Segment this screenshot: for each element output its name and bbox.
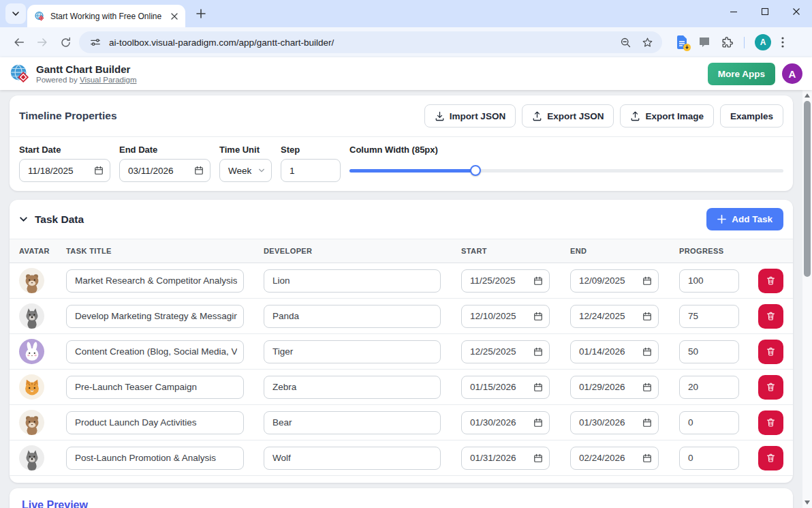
avatar (19, 339, 44, 364)
task-data-toggle[interactable]: Task Data (19, 213, 84, 226)
calendar-icon[interactable] (642, 453, 652, 463)
step-input[interactable] (290, 166, 334, 176)
more-apps-button[interactable]: More Apps (708, 63, 775, 85)
visual-paradigm-link[interactable]: Visual Paradigm (80, 76, 137, 84)
reload-button[interactable] (56, 33, 75, 52)
developer-input[interactable] (272, 346, 434, 357)
zoom-out-icon[interactable] (617, 34, 634, 50)
end-date-input[interactable] (579, 382, 642, 392)
address-bar[interactable]: ai-toolbox.visual-paradigm.com/app/gantt… (79, 31, 662, 53)
end-date-input[interactable] (128, 166, 194, 176)
start-date-input[interactable] (470, 275, 533, 286)
calendar-icon[interactable] (642, 347, 652, 357)
calendar-icon[interactable] (533, 383, 543, 392)
calendar-icon[interactable] (194, 166, 204, 175)
delete-task-button[interactable] (758, 375, 783, 400)
task-title-input[interactable] (75, 311, 237, 321)
browser-profile-avatar[interactable]: A (755, 34, 771, 50)
task-title-input[interactable] (75, 382, 237, 392)
export-json-button[interactable]: Export JSON (522, 104, 614, 128)
start-date-input[interactable] (470, 382, 533, 392)
extensions-puzzle-icon[interactable] (721, 36, 734, 49)
delete-task-button[interactable] (758, 269, 783, 293)
calendar-icon[interactable] (533, 276, 543, 286)
column-width-slider-thumb[interactable] (470, 165, 481, 176)
start-date-input[interactable] (470, 346, 533, 357)
developer-input[interactable] (272, 382, 434, 392)
end-date-input[interactable] (579, 417, 642, 428)
comment-extension-icon[interactable] (698, 36, 710, 48)
minimize-icon (730, 8, 738, 16)
timeline-properties-card: Timeline Properties Import JSON Export J… (10, 95, 793, 191)
browser-menu-kebab-icon[interactable] (781, 37, 784, 48)
url-text[interactable]: ai-toolbox.visual-paradigm.com/app/gantt… (109, 38, 612, 48)
start-date-input[interactable] (470, 417, 533, 428)
time-unit-select[interactable]: Week (219, 159, 272, 182)
start-date-input[interactable] (470, 311, 533, 321)
progress-input[interactable] (688, 417, 732, 428)
developer-input[interactable] (272, 275, 434, 286)
progress-input[interactable] (688, 311, 732, 321)
developer-input[interactable] (272, 453, 434, 463)
calendar-icon[interactable] (533, 418, 543, 428)
import-json-button[interactable]: Import JSON (424, 104, 516, 128)
start-date-input[interactable] (28, 166, 94, 176)
upload-icon (532, 111, 542, 121)
scrollbar-thumb[interactable] (804, 101, 811, 277)
task-title-input[interactable] (75, 453, 237, 463)
progress-input[interactable] (688, 453, 732, 463)
calendar-icon[interactable] (533, 347, 543, 357)
close-window-button[interactable] (781, 0, 812, 23)
trash-icon (766, 417, 776, 428)
developer-input[interactable] (272, 417, 434, 428)
task-title-input[interactable] (75, 417, 237, 428)
calendar-icon[interactable] (642, 383, 652, 392)
user-avatar[interactable]: A (782, 63, 802, 84)
delete-task-button[interactable] (758, 304, 783, 329)
add-task-button[interactable]: Add Task (706, 208, 783, 230)
end-date-label: End Date (119, 145, 210, 155)
task-table-body (10, 263, 793, 476)
page-title: Gantt Chart Builder (36, 63, 136, 75)
calendar-icon[interactable] (533, 453, 543, 463)
task-title-input[interactable] (75, 346, 237, 357)
calendar-icon[interactable] (533, 312, 543, 321)
browser-tab[interactable]: Start Working with Free Online (27, 5, 185, 27)
calendar-icon[interactable] (642, 418, 652, 428)
page-scrollbar[interactable] (802, 90, 812, 508)
site-settings-icon[interactable] (87, 34, 104, 50)
trash-icon (766, 382, 776, 392)
end-date-input[interactable] (579, 346, 642, 357)
start-date-input[interactable] (470, 453, 533, 463)
progress-input[interactable] (688, 275, 732, 286)
reading-list-extension-icon[interactable] (676, 35, 688, 49)
export-image-button[interactable]: Export Image (620, 104, 714, 128)
delete-task-button[interactable] (758, 446, 783, 470)
calendar-icon[interactable] (642, 276, 652, 286)
minimize-button[interactable] (718, 0, 749, 23)
back-button[interactable] (10, 33, 29, 52)
calendar-icon[interactable] (642, 312, 652, 321)
column-header-end: END (570, 247, 679, 255)
task-title-input[interactable] (75, 275, 237, 286)
new-tab-button[interactable] (192, 5, 210, 23)
delete-task-button[interactable] (758, 410, 783, 435)
calendar-icon[interactable] (94, 166, 104, 175)
scrollbar-down-arrow[interactable] (805, 500, 810, 505)
maximize-button[interactable] (749, 0, 781, 23)
bookmark-star-icon[interactable] (639, 34, 655, 50)
examples-button[interactable]: Examples (720, 104, 783, 128)
column-width-slider[interactable] (349, 169, 783, 173)
delete-task-button[interactable] (758, 340, 783, 364)
end-date-input[interactable] (579, 275, 642, 286)
trash-icon (766, 311, 776, 321)
forward-button[interactable] (33, 33, 52, 52)
end-date-input[interactable] (579, 311, 642, 321)
developer-input[interactable] (272, 311, 434, 321)
tab-list-chevron-button[interactable] (5, 3, 26, 24)
end-date-input[interactable] (579, 453, 642, 463)
scrollbar-up-arrow[interactable] (805, 93, 810, 98)
progress-input[interactable] (688, 346, 732, 357)
tab-close-button[interactable] (169, 11, 180, 22)
progress-input[interactable] (688, 382, 732, 392)
